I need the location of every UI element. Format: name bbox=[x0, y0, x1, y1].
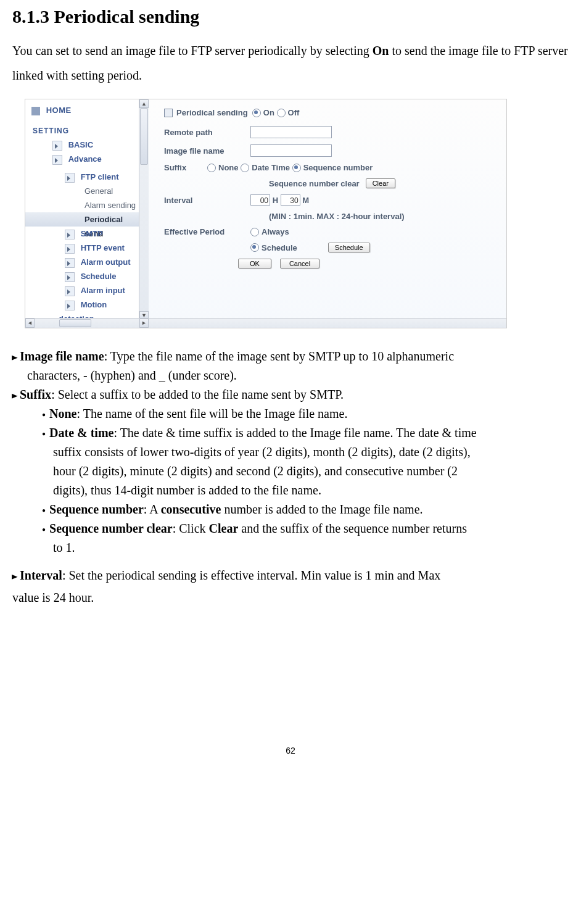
panel-icon bbox=[164, 109, 173, 117]
expand-icon bbox=[65, 286, 75, 296]
desc-datetime-3: hour (2 digits), minute (2 digits) and s… bbox=[12, 462, 569, 481]
intro-text-a: You can set to send an image file to FTP… bbox=[12, 44, 373, 57]
label-image-file-name: Image file name bbox=[164, 146, 250, 156]
sidebar: HOME SETTING BASIC Advance FTP client bbox=[25, 99, 149, 320]
sidebar-advance[interactable]: Advance bbox=[25, 152, 139, 166]
label-suffix-datetime: Date Time bbox=[252, 163, 290, 172]
sidebar-schedule-label[interactable]: Schedule bbox=[81, 272, 117, 281]
screenshot-panel: HOME SETTING BASIC Advance FTP client bbox=[25, 99, 507, 328]
scroll-up-icon[interactable]: ▲ bbox=[139, 99, 149, 108]
schedule-button[interactable]: Schedule bbox=[328, 243, 370, 252]
sidebar-vscroll[interactable]: ▲ ▼ bbox=[139, 99, 149, 320]
sidebar-ftp-label[interactable]: FTP client bbox=[81, 172, 119, 181]
desc-datetime-2: suffix consists of lower two-digits of y… bbox=[12, 443, 569, 462]
sidebar-periodical-sending[interactable]: Periodical send bbox=[25, 212, 139, 227]
sidebar-alarm-sending[interactable]: Alarm sending bbox=[25, 198, 139, 212]
desc-seqnum-clear-2: to 1. bbox=[12, 538, 569, 557]
sidebar-basic-label[interactable]: BASIC bbox=[68, 140, 93, 149]
radio-always[interactable] bbox=[250, 228, 259, 236]
expand-icon bbox=[65, 173, 75, 183]
expand-icon bbox=[65, 258, 75, 268]
expand-icon bbox=[65, 272, 75, 282]
desc-interval-1: Interval: Set the periodical sending is … bbox=[12, 566, 569, 585]
sidebar-http-event-label[interactable]: HTTP event bbox=[81, 243, 125, 252]
intro-paragraph: You can set to send an image file to FTP… bbox=[12, 38, 569, 88]
label-effective-period: Effective Period bbox=[164, 227, 250, 236]
sidebar-alarm-input-label[interactable]: Alarm input bbox=[81, 286, 125, 295]
desc-datetime-4: digits), thus 14-digit number is added t… bbox=[12, 481, 569, 500]
desc-datetime-1: Date & time: The date & time suffix is a… bbox=[12, 423, 569, 443]
desc-seqnum-clear-1: Sequence number clear: Click Clear and t… bbox=[12, 519, 569, 538]
sidebar-motion-detection[interactable]: Motion detection bbox=[25, 298, 139, 312]
range-hint: (MIN : 1min. MAX : 24-hour interval) bbox=[269, 212, 405, 221]
label-seq-clear: Sequence number clear bbox=[269, 179, 360, 188]
sidebar-http-event[interactable]: HTTP event bbox=[25, 241, 139, 255]
radio-suffix-none[interactable] bbox=[207, 164, 216, 172]
expand-icon bbox=[65, 230, 75, 239]
sidebar-alarm-output[interactable]: Alarm output bbox=[25, 255, 139, 269]
scroll-right-icon[interactable]: ► bbox=[139, 318, 149, 328]
label-remote-path: Remote path bbox=[164, 128, 250, 137]
label-h: H bbox=[273, 196, 278, 205]
label-suffix-none: None bbox=[218, 163, 239, 172]
page-number: 62 bbox=[12, 746, 569, 755]
clear-button[interactable]: Clear bbox=[366, 178, 395, 188]
intro-on: On bbox=[373, 44, 389, 57]
input-remote-path[interactable] bbox=[250, 126, 332, 138]
cancel-button[interactable]: Cancel bbox=[280, 259, 319, 268]
sidebar-advance-label[interactable]: Advance bbox=[68, 154, 102, 164]
sidebar-alarm-input[interactable]: Alarm input bbox=[25, 283, 139, 298]
radio-suffix-datetime[interactable] bbox=[241, 164, 249, 172]
sidebar-list: HOME SETTING BASIC Advance FTP client bbox=[25, 99, 139, 320]
ok-button[interactable]: OK bbox=[238, 259, 271, 268]
label-interval: Interval bbox=[164, 196, 250, 205]
scroll-thumb[interactable] bbox=[140, 108, 148, 165]
sidebar-setting-label: SETTING bbox=[33, 127, 69, 135]
desc-seqnum: Sequence number: A consecutive number is… bbox=[12, 500, 569, 519]
label-suffix-seqnum: Sequence number bbox=[303, 163, 373, 172]
content-title: Periodical sending bbox=[176, 108, 248, 117]
label-always: Always bbox=[262, 227, 289, 236]
radio-on[interactable] bbox=[252, 109, 261, 117]
sidebar-basic[interactable]: BASIC bbox=[25, 138, 139, 152]
home-icon bbox=[31, 107, 40, 115]
sidebar-general[interactable]: General bbox=[25, 184, 139, 198]
desc-suffix: Suffix: Select a suffix to be added to t… bbox=[12, 385, 569, 404]
input-interval-hours[interactable]: 00 bbox=[250, 194, 270, 206]
sidebar-schedule-nav[interactable]: Schedule bbox=[25, 269, 139, 283]
sidebar-home[interactable]: HOME bbox=[25, 103, 139, 117]
sidebar-alarm-output-label[interactable]: Alarm output bbox=[81, 257, 131, 267]
label-off: Off bbox=[288, 108, 300, 117]
expand-icon bbox=[65, 301, 75, 310]
label-suffix: Suffix bbox=[164, 163, 207, 172]
label-on: On bbox=[263, 108, 274, 117]
scroll-thumb-h[interactable] bbox=[59, 319, 91, 327]
label-schedule: Schedule bbox=[262, 243, 297, 252]
desc-image-file-name-2: characters, - (hyphen) and _ (under scor… bbox=[12, 366, 569, 385]
sidebar-smtp[interactable]: SMTP bbox=[25, 227, 139, 241]
content-panel: Periodical sending On Off Remote path Im… bbox=[158, 99, 506, 328]
radio-off[interactable] bbox=[277, 109, 286, 117]
radio-suffix-seqnum[interactable] bbox=[292, 164, 301, 172]
description-block: Image file name: Type the file name of t… bbox=[12, 347, 569, 610]
expand-icon bbox=[65, 244, 75, 254]
scroll-left-icon[interactable]: ◄ bbox=[25, 318, 35, 328]
radio-schedule[interactable] bbox=[250, 243, 259, 252]
section-title: 8.1.3 Periodical sending bbox=[12, 6, 569, 27]
label-m: M bbox=[302, 196, 309, 205]
expand-icon bbox=[52, 155, 62, 165]
desc-none: None: The name of the sent file will be … bbox=[12, 404, 569, 423]
input-interval-mins[interactable]: 30 bbox=[281, 194, 300, 206]
sidebar-smtp-label[interactable]: SMTP bbox=[81, 229, 103, 238]
sidebar-setting: SETTING bbox=[25, 123, 139, 138]
input-image-file-name[interactable] bbox=[250, 144, 332, 157]
desc-interval-2: value is 24 hour. bbox=[12, 585, 569, 610]
expand-icon bbox=[52, 141, 62, 151]
sidebar-ftp-client[interactable]: FTP client bbox=[25, 170, 139, 184]
desc-image-file-name-1: Image file name: Type the file name of t… bbox=[12, 347, 569, 366]
sidebar-home-label[interactable]: HOME bbox=[46, 106, 72, 115]
